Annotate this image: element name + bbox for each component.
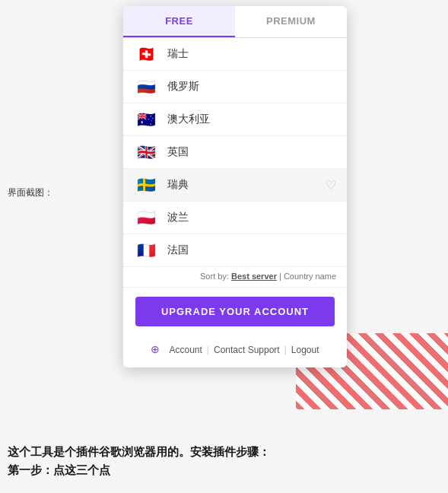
server-item-au[interactable]: 🇦🇺澳大利亚 <box>123 103 347 136</box>
sort-best-server[interactable]: Best server <box>231 272 277 281</box>
server-name-se: 瑞典 <box>167 178 326 192</box>
flag-pl: 🇵🇱 <box>134 209 158 226</box>
heart-icon-se[interactable]: ♡ <box>326 178 336 192</box>
upgrade-section: UPGRADE YOUR ACCOUNT <box>123 287 347 336</box>
brand-icon: ⊕ <box>151 343 164 357</box>
footer-links: ⊕ Account | Contact Support | Logout <box>123 336 347 367</box>
sort-bar: Sort by: Best server | Country name <box>123 266 347 287</box>
tab-bar: FREE PREMIUM <box>123 6 347 38</box>
flag-fr: 🇫🇷 <box>134 242 158 259</box>
server-item-fr[interactable]: 🇫🇷法国 <box>123 234 347 266</box>
server-name-au: 澳大利亚 <box>167 113 336 126</box>
server-item-se[interactable]: 🇸🇪瑞典♡ <box>123 169 347 202</box>
sort-label: Sort by: <box>200 272 229 281</box>
popup-card: FREE PREMIUM 🇨🇭瑞士🇷🇺俄罗斯🇦🇺澳大利亚🇬🇧英国🇸🇪瑞典♡🇵🇱波… <box>123 6 347 367</box>
support-link[interactable]: Contact Support <box>214 345 280 355</box>
flag-au: 🇦🇺 <box>134 111 158 128</box>
server-item-gb[interactable]: 🇬🇧英国 <box>123 136 347 169</box>
sort-country-name[interactable]: Country name <box>284 272 336 281</box>
server-name-ru: 俄罗斯 <box>167 80 336 94</box>
server-item-pl[interactable]: 🇵🇱波兰 <box>123 202 347 234</box>
tab-premium[interactable]: PREMIUM <box>235 6 347 37</box>
bottom-text: 这个工具是个插件谷歌浏览器用的。安装插件步骤： 第一步：点这三个点 <box>8 443 440 479</box>
flag-gb: 🇬🇧 <box>134 144 158 161</box>
tab-free[interactable]: FREE <box>123 6 235 37</box>
bottom-line-2: 第一步：点这三个点 <box>8 461 440 479</box>
logout-link[interactable]: Logout <box>291 345 319 355</box>
page-wrapper: 界面截图： FREE PREMIUM 🇨🇭瑞士🇷🇺俄罗斯🇦🇺澳大利亚🇬🇧英国🇸🇪… <box>0 0 448 493</box>
server-name-ch: 瑞士 <box>167 47 336 61</box>
server-item-ch[interactable]: 🇨🇭瑞士 <box>123 38 347 71</box>
server-name-gb: 英国 <box>167 145 336 159</box>
flag-ru: 🇷🇺 <box>134 78 158 95</box>
server-name-pl: 波兰 <box>167 211 336 224</box>
flag-ch: 🇨🇭 <box>134 46 158 62</box>
bottom-line-1: 这个工具是个插件谷歌浏览器用的。安装插件步骤： <box>8 443 440 461</box>
flag-se: 🇸🇪 <box>134 177 158 193</box>
label-left: 界面截图： <box>8 186 53 199</box>
server-list[interactable]: 🇨🇭瑞士🇷🇺俄罗斯🇦🇺澳大利亚🇬🇧英国🇸🇪瑞典♡🇵🇱波兰🇫🇷法国 <box>123 38 347 266</box>
upgrade-button[interactable]: UPGRADE YOUR ACCOUNT <box>135 297 335 326</box>
server-item-ru[interactable]: 🇷🇺俄罗斯 <box>123 71 347 103</box>
sort-separator: | <box>279 272 281 281</box>
account-link[interactable]: Account <box>169 345 202 355</box>
server-name-fr: 法国 <box>167 243 336 257</box>
